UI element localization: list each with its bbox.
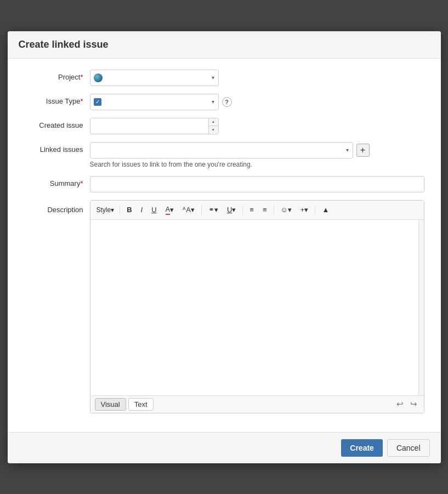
linked-issues-add-button[interactable]: + bbox=[356, 144, 370, 157]
created-issue-value bbox=[90, 118, 208, 134]
emoji-icon: ☺ bbox=[281, 206, 288, 214]
create-linked-issue-modal: Create linked issue Project* ▾ bbox=[8, 31, 441, 463]
issuetype-help-icon[interactable]: ? bbox=[222, 97, 232, 107]
collapse-icon: ▲ bbox=[322, 206, 329, 214]
created-issue-row: Created issue ▴ ▾ bbox=[24, 118, 424, 134]
linked-issues-row-inner: ▾ + bbox=[90, 142, 370, 158]
editor-content-wrap bbox=[90, 220, 424, 395]
modal-header: Create linked issue bbox=[8, 31, 441, 59]
editor-toolbar: Style ▾ B I U A ▾ ᴬ bbox=[90, 201, 424, 220]
toolbar-sep-1 bbox=[120, 205, 120, 215]
tab-text[interactable]: Text bbox=[128, 398, 154, 411]
toolbar-italic-button[interactable]: I bbox=[137, 203, 147, 217]
linked-issues-row: Linked issues ▾ + Se bbox=[24, 142, 424, 168]
summary-control bbox=[90, 176, 424, 192]
toolbar-sep-2 bbox=[201, 205, 202, 215]
toolbar-sep-5 bbox=[315, 205, 315, 215]
toolbar-bullet-button[interactable]: ≡ bbox=[246, 203, 258, 217]
description-row: Description Style ▾ B I U bbox=[24, 200, 424, 413]
modal-title: Create linked issue bbox=[19, 39, 430, 50]
linked-issues-label: Linked issues bbox=[24, 142, 90, 154]
project-select-wrap: ▾ bbox=[90, 70, 219, 86]
moreformat-chevron-icon: ▾ bbox=[232, 206, 236, 214]
editor-tab-group: Visual Text bbox=[95, 398, 154, 411]
toolbar-insert-button[interactable]: + ▾ bbox=[297, 203, 313, 217]
globe-icon bbox=[94, 73, 103, 82]
undo-button[interactable]: ↩ bbox=[394, 398, 406, 410]
toolbar-link-button[interactable]: ⚭ ▾ bbox=[205, 203, 222, 217]
style-chevron-icon: ▾ bbox=[111, 206, 114, 214]
toolbar-emoji-button[interactable]: ☺ ▾ bbox=[277, 203, 296, 217]
created-issue-down-btn[interactable]: ▾ bbox=[209, 126, 218, 134]
summary-input[interactable] bbox=[90, 176, 424, 192]
number-icon: ≡ bbox=[263, 206, 267, 214]
linked-issues-select[interactable] bbox=[90, 142, 353, 158]
toolbar-underline-button[interactable]: U bbox=[148, 203, 160, 217]
toolbar-sep-4 bbox=[274, 205, 274, 215]
linked-issues-select-wrap: ▾ bbox=[90, 142, 353, 158]
summary-label: Summary* bbox=[24, 176, 90, 188]
description-control: Style ▾ B I U A ▾ ᴬ bbox=[90, 200, 424, 413]
issuetype-row: Issue Type* ▾ ? bbox=[24, 94, 424, 110]
toolbar-collapse-button[interactable]: ▲ bbox=[318, 203, 333, 217]
toolbar-moreformat-button[interactable]: U ▾ bbox=[223, 203, 240, 217]
create-button[interactable]: Create bbox=[341, 439, 383, 457]
emoji-chevron-icon: ▾ bbox=[288, 206, 292, 214]
link-icon: ⚭ bbox=[208, 206, 214, 214]
toolbar-number-button[interactable]: ≡ bbox=[259, 203, 271, 217]
moreformat-icon: U bbox=[227, 206, 232, 214]
toolbar-fontsize-button[interactable]: ᴬA ▾ bbox=[179, 203, 199, 217]
linked-issues-col: ▾ + Search for issues to link to from th… bbox=[90, 142, 370, 168]
textcolor-icon: A bbox=[166, 205, 171, 215]
created-issue-up-btn[interactable]: ▴ bbox=[209, 118, 218, 127]
summary-required: * bbox=[80, 179, 83, 188]
modal-overlay: Create linked issue Project* ▾ bbox=[0, 0, 448, 494]
created-issue-spinner: ▴ ▾ bbox=[90, 118, 219, 134]
created-issue-spin-buttons: ▴ ▾ bbox=[208, 118, 218, 134]
editor-content[interactable] bbox=[90, 220, 424, 395]
editor-undo-group: ↩ ↪ bbox=[394, 398, 419, 410]
project-row: Project* ▾ bbox=[24, 70, 424, 86]
description-editor: Style ▾ B I U A ▾ ᴬ bbox=[90, 200, 424, 413]
fontsize-chevron-icon: ▾ bbox=[191, 206, 195, 214]
checkbox-icon bbox=[94, 98, 101, 106]
issuetype-control: ▾ ? bbox=[90, 94, 424, 110]
insert-chevron-icon: ▾ bbox=[304, 206, 308, 214]
redo-button[interactable]: ↪ bbox=[408, 398, 419, 410]
toolbar-sep-3 bbox=[242, 205, 243, 215]
linked-issues-control: ▾ + Search for issues to link to from th… bbox=[90, 142, 424, 168]
textcolor-chevron-icon: ▾ bbox=[170, 206, 174, 214]
toolbar-style-button[interactable]: Style ▾ bbox=[94, 203, 117, 217]
bullet-icon: ≡ bbox=[249, 206, 254, 214]
editor-scrollbar[interactable] bbox=[418, 220, 424, 395]
linked-issues-hint: Search for issues to link to from the on… bbox=[90, 161, 370, 168]
created-issue-label: Created issue bbox=[24, 118, 90, 129]
issuetype-select-wrap: ▾ bbox=[90, 94, 219, 110]
project-label: Project* bbox=[24, 70, 90, 81]
project-control: ▾ bbox=[90, 70, 424, 86]
insert-icon: + bbox=[300, 206, 305, 214]
issuetype-label: Issue Type* bbox=[24, 94, 90, 105]
project-select[interactable] bbox=[90, 70, 219, 86]
editor-tabs-bar: Visual Text ↩ ↪ bbox=[90, 395, 424, 413]
description-label: Description bbox=[24, 200, 90, 214]
link-chevron-icon: ▾ bbox=[214, 206, 218, 214]
created-issue-control: ▴ ▾ bbox=[90, 118, 424, 134]
cancel-button[interactable]: Cancel bbox=[387, 439, 430, 457]
issuetype-select[interactable] bbox=[90, 94, 219, 110]
modal-body: Project* ▾ Issue Type* bbox=[8, 59, 441, 432]
tab-visual[interactable]: Visual bbox=[95, 398, 126, 411]
issuetype-required: * bbox=[80, 97, 83, 105]
summary-row: Summary* bbox=[24, 176, 424, 192]
toolbar-bold-button[interactable]: B bbox=[123, 203, 135, 217]
modal-footer: Create Cancel bbox=[8, 432, 441, 463]
toolbar-textcolor-button[interactable]: A ▾ bbox=[162, 203, 178, 217]
project-required: * bbox=[80, 73, 83, 81]
